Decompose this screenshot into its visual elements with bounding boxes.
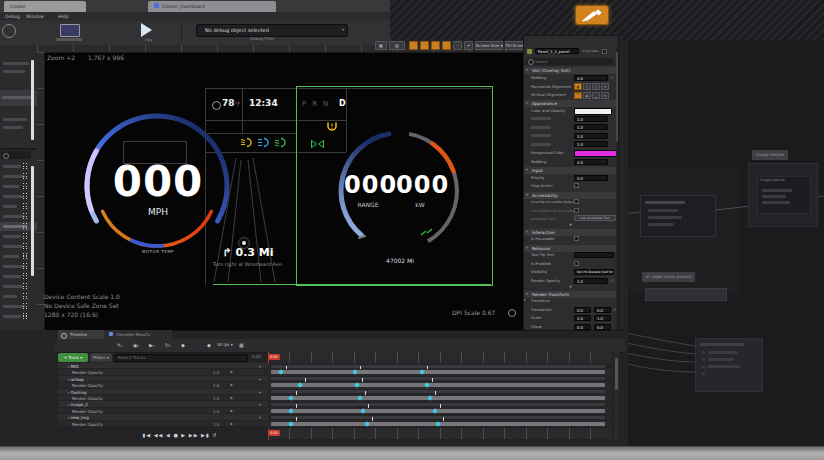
visibility-dropdown[interactable]: Not Hit-Testable (Self Only): [574, 269, 614, 275]
keyframe-diamond[interactable]: [289, 408, 295, 414]
section-interaction[interactable]: Interaction: [524, 229, 617, 236]
section-appearance[interactable]: Appearance: [524, 100, 617, 107]
appearance-value-3[interactable]: 1.0: [574, 133, 608, 139]
snap-icon[interactable]: ◆: [207, 339, 211, 351]
hierarchy-row[interactable]: [0, 292, 37, 301]
node-comment-radial-mask[interactable]: er radial mask amount: [642, 272, 695, 282]
halign-center-button[interactable]: ▯: [583, 83, 591, 90]
appearance-value-1[interactable]: 1.0: [574, 116, 608, 122]
timeline-ruler-bottom[interactable]: [268, 428, 612, 439]
enabled-checkbox[interactable]: [574, 261, 579, 266]
padding-input[interactable]: 4.0: [574, 75, 608, 81]
shear-x-input[interactable]: 0.0: [574, 324, 591, 330]
keyframe-diamond[interactable]: [427, 395, 433, 401]
hierarchy-row[interactable]: [0, 312, 37, 321]
shear-y-input[interactable]: 0.0: [594, 324, 611, 330]
scale-y-input[interactable]: 1.0: [594, 315, 611, 321]
section-behavior[interactable]: Behavior: [524, 245, 617, 252]
expander-icon[interactable]: ▼: [524, 285, 617, 289]
acc-text-button[interactable]: Use Accessible Text: [574, 215, 616, 221]
hierarchy-list-scrollbar[interactable]: [31, 166, 34, 276]
add-section-icon[interactable]: +: [258, 402, 261, 407]
widget-name-field[interactable]: Panel_1_1_panel: [535, 48, 579, 54]
grid-snap-toggle-2[interactable]: [420, 41, 429, 50]
translation-y-input[interactable]: 0.0: [594, 307, 611, 313]
window-tab-1[interactable]: Cluster: [4, 1, 86, 12]
priority-input[interactable]: 0.0: [574, 175, 608, 181]
padding2-input[interactable]: 4.0: [574, 159, 608, 165]
curves-view-icon[interactable]: ▦: [239, 339, 244, 351]
add-track-button[interactable]: + Track ▾: [58, 353, 88, 362]
scale-x-input[interactable]: 1.0: [574, 315, 591, 321]
section-render-transform[interactable]: Render Transform: [524, 291, 617, 298]
view-mode-button[interactable]: ▦: [375, 41, 387, 50]
keyframe-diamond[interactable]: [364, 421, 370, 427]
transform-expand-icon[interactable]: ▸: [524, 298, 526, 302]
add-section-icon[interactable]: +: [258, 390, 261, 395]
details-scrollbar-thumb[interactable]: [616, 52, 619, 142]
menu-debug[interactable]: Debug: [5, 12, 20, 21]
keyframe-diamond[interactable]: [354, 382, 360, 388]
add-section-icon[interactable]: +: [258, 364, 261, 369]
keyframe-diamond[interactable]: [419, 370, 425, 376]
key-nav-icons[interactable]: ◆: [230, 396, 234, 401]
node-mask-node[interactable]: [640, 195, 716, 237]
key-nav-icons[interactable]: ◆: [230, 422, 234, 427]
keyframe-diamond[interactable]: [279, 370, 285, 376]
color-opacity-swatch[interactable]: [574, 108, 612, 115]
node-comment-image-texture[interactable]: Image texture: [752, 150, 788, 160]
grid-snap-toggle-3[interactable]: [431, 41, 440, 50]
acc-children-checkbox[interactable]: [574, 208, 579, 213]
filters-button[interactable]: Filters ▾: [90, 353, 112, 362]
focusable-checkbox[interactable]: [574, 236, 579, 241]
keyframe-diamond[interactable]: [432, 408, 438, 414]
expander-icon[interactable]: ▼: [524, 223, 617, 227]
tab-compiler-results[interactable]: Compiler Results: [104, 330, 172, 339]
tab-timeline[interactable]: Timeline: [58, 330, 110, 339]
key-nav-icons[interactable]: ◆: [230, 383, 234, 388]
key-nav-icons[interactable]: ◆: [230, 370, 234, 375]
appearance-value-2[interactable]: 1.0: [574, 124, 608, 130]
play-button[interactable]: [141, 23, 152, 37]
section-input[interactable]: Input: [524, 167, 617, 174]
halign-left-button[interactable]: ▮: [574, 83, 582, 90]
loop-options-icon[interactable]: ↻▾: [165, 339, 171, 352]
valign-top-button[interactable]: ▔: [574, 92, 582, 99]
render-opacity-input[interactable]: 1.0: [574, 278, 608, 284]
playhead-tag[interactable]: 0.00: [268, 354, 280, 360]
section-accessibility[interactable]: Accessibility: [524, 192, 617, 199]
menu-help[interactable]: Help: [58, 12, 68, 21]
details-search[interactable]: Search: [526, 58, 614, 65]
appearance-value-4[interactable]: 1.0: [574, 141, 608, 147]
keyframe-diamond[interactable]: [352, 370, 358, 376]
acc-override-checkbox[interactable]: [574, 199, 579, 204]
zoom-in-button[interactable]: +: [464, 41, 473, 50]
keyframe-diamond[interactable]: [435, 421, 441, 427]
valign-fill-button[interactable]: ≡: [601, 92, 609, 99]
reset-icon[interactable]: ↺: [610, 75, 613, 81]
hierarchy-search-input[interactable]: [1, 151, 31, 159]
outline-toggle-button[interactable]: ▥: [389, 41, 405, 50]
node-comment-bar[interactable]: [645, 288, 727, 301]
halign-right-button[interactable]: ▯: [592, 83, 600, 90]
grid-snap-toggle-1[interactable]: [409, 41, 418, 50]
is-variable-checkbox[interactable]: [602, 49, 607, 54]
track-search-input[interactable]: [114, 354, 248, 362]
foreground-color-swatch[interactable]: [574, 150, 618, 157]
keyframe-options-icon[interactable]: ◆: [181, 339, 185, 351]
valign-bottom-button[interactable]: ▁: [592, 92, 600, 99]
menu-window[interactable]: Window: [26, 12, 44, 21]
timeline-ruler[interactable]: [268, 352, 612, 363]
grid-snap-toggle-4[interactable]: [442, 41, 451, 50]
track-lane[interactable]: [268, 421, 612, 428]
translation-x-input[interactable]: 0.0: [574, 307, 591, 313]
timeline-scrollbar-track[interactable]: [614, 352, 619, 440]
keyframe-diamond[interactable]: [360, 408, 366, 414]
keyframe-diamond[interactable]: [289, 421, 295, 427]
transport-controls[interactable]: ▮◀ ◀◀ ◀ ● ▶ ▶▶ ▶▮ ↺: [90, 430, 270, 440]
node-output-node[interactable]: [695, 338, 763, 392]
key-nav-icons[interactable]: ◆: [230, 409, 234, 414]
reset-icon[interactable]: ↺: [610, 278, 613, 284]
visibility-filter-icon[interactable]: ◉▾: [133, 339, 139, 352]
section-slot[interactable]: Slot (Overlay Slot): [524, 67, 617, 74]
